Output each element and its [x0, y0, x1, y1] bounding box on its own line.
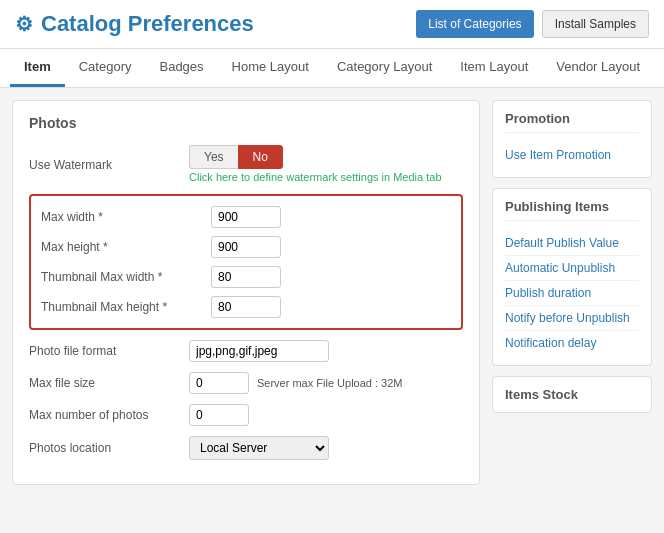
- page-header: ⚙ Catalog Preferences List of Categories…: [0, 0, 664, 49]
- tabs-bar: Item Category Badges Home Layout Categor…: [0, 49, 664, 88]
- photo-format-input[interactable]: [189, 340, 329, 362]
- max-height-row: Max height *: [41, 236, 451, 258]
- photos-card: Photos Use Watermark Yes No Click here t…: [12, 100, 480, 485]
- auto-unpublish-link[interactable]: Automatic Unpublish: [505, 256, 639, 281]
- photos-location-row: Photos location Local Server: [29, 436, 463, 460]
- tab-badges[interactable]: Badges: [145, 49, 217, 87]
- max-height-label: Max height *: [41, 240, 211, 254]
- watermark-label: Use Watermark: [29, 158, 189, 172]
- promotion-card-title: Promotion: [505, 111, 639, 133]
- max-photos-label: Max number of photos: [29, 408, 189, 422]
- photo-format-value: [189, 340, 463, 362]
- max-photos-input[interactable]: [189, 404, 249, 426]
- watermark-no-button[interactable]: No: [238, 145, 283, 169]
- right-panel: Promotion Use Item Promotion Publishing …: [492, 100, 652, 485]
- stocks-card-title: Items Stock: [505, 387, 639, 402]
- server-max-upload-info: Server max File Upload : 32M: [257, 377, 403, 389]
- watermark-toggle: Yes No Click here to define watermark se…: [189, 145, 463, 184]
- max-width-row: Max width *: [41, 206, 451, 228]
- tab-item-layout[interactable]: Item Layout: [446, 49, 542, 87]
- thumb-max-height-label: Thumbnail Max height *: [41, 300, 211, 314]
- max-width-input[interactable]: [211, 206, 281, 228]
- default-publish-link[interactable]: Default Publish Value: [505, 231, 639, 256]
- list-categories-button[interactable]: List of Categories: [416, 10, 533, 38]
- tab-home-layout[interactable]: Home Layout: [218, 49, 323, 87]
- max-file-size-row: Max file size Server max File Upload : 3…: [29, 372, 463, 394]
- max-width-label: Max width *: [41, 210, 211, 224]
- main-content: Photos Use Watermark Yes No Click here t…: [0, 88, 664, 497]
- photo-format-label: Photo file format: [29, 344, 189, 358]
- watermark-toggle-group: Yes No: [189, 145, 463, 169]
- watermark-link[interactable]: Click here to define watermark settings …: [189, 169, 463, 184]
- install-samples-button[interactable]: Install Samples: [542, 10, 649, 38]
- tab-category-layout[interactable]: Category Layout: [323, 49, 446, 87]
- tab-item[interactable]: Item: [10, 49, 65, 87]
- thumb-max-width-row: Thumbnail Max width *: [41, 266, 451, 288]
- stocks-card: Items Stock: [492, 376, 652, 413]
- photos-card-title: Photos: [29, 115, 463, 131]
- max-file-size-input[interactable]: [189, 372, 249, 394]
- max-file-size-label: Max file size: [29, 376, 189, 390]
- left-panel: Photos Use Watermark Yes No Click here t…: [12, 100, 480, 485]
- max-file-size-value: Server max File Upload : 32M: [189, 372, 463, 394]
- publishing-card: Publishing Items Default Publish Value A…: [492, 188, 652, 366]
- use-item-promotion-link[interactable]: Use Item Promotion: [505, 143, 639, 167]
- photos-location-label: Photos location: [29, 441, 189, 455]
- header-buttons: List of Categories Install Samples: [416, 10, 649, 38]
- max-photos-row: Max number of photos: [29, 404, 463, 426]
- watermark-row: Use Watermark Yes No Click here to defin…: [29, 145, 463, 184]
- thumb-max-height-row: Thumbnail Max height *: [41, 296, 451, 318]
- promotion-card: Promotion Use Item Promotion: [492, 100, 652, 178]
- thumb-max-width-label: Thumbnail Max width *: [41, 270, 211, 284]
- photo-format-row: Photo file format: [29, 340, 463, 362]
- thumb-max-width-input[interactable]: [211, 266, 281, 288]
- title-text: Catalog Preferences: [41, 11, 254, 37]
- watermark-yes-button[interactable]: Yes: [189, 145, 238, 169]
- notify-unpublish-link[interactable]: Notify before Unpublish: [505, 306, 639, 331]
- notification-delay-link[interactable]: Notification delay: [505, 331, 639, 355]
- publish-duration-link[interactable]: Publish duration: [505, 281, 639, 306]
- dimensions-section: Max width * Max height * Thumbnail Max w…: [29, 194, 463, 330]
- gear-icon: ⚙: [15, 12, 33, 36]
- publishing-card-title: Publishing Items: [505, 199, 639, 221]
- thumb-max-height-input[interactable]: [211, 296, 281, 318]
- photos-location-select[interactable]: Local Server: [189, 436, 329, 460]
- tab-vendor-layout[interactable]: Vendor Layout: [542, 49, 654, 87]
- page-title: ⚙ Catalog Preferences: [15, 11, 254, 37]
- photos-location-value: Local Server: [189, 436, 463, 460]
- tab-category[interactable]: Category: [65, 49, 146, 87]
- max-height-input[interactable]: [211, 236, 281, 258]
- max-photos-value: [189, 404, 463, 426]
